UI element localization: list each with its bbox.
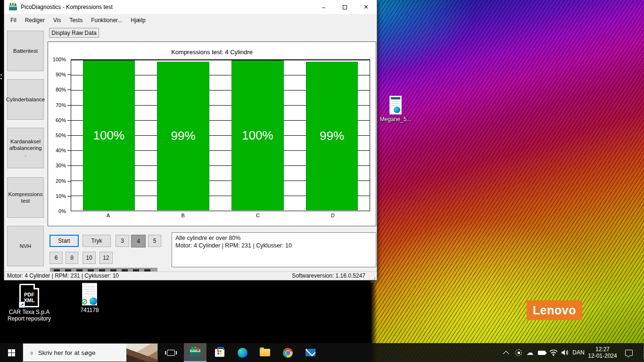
sidebar-item-batteritest[interactable]: Batteritest <box>7 31 44 71</box>
y-tick-label: 20% <box>47 178 66 184</box>
edge-icon <box>238 348 248 358</box>
windows-logo-icon <box>8 349 15 356</box>
x-label-c: C <box>221 213 296 218</box>
taskbar-microsoft-store[interactable] <box>208 343 231 362</box>
display-raw-data-button[interactable]: Display Raw Data <box>49 28 99 38</box>
menu-hjaelp[interactable]: Hjælp <box>126 15 149 25</box>
title-bar[interactable]: PicoDiagnostics - Kompressions test – × <box>4 0 377 14</box>
tray-network[interactable] <box>548 343 559 362</box>
menu-vis[interactable]: Vis <box>49 15 65 25</box>
folded-corner <box>33 284 39 289</box>
bar-slot-a: 100% <box>72 60 146 210</box>
bar-value-label: 100% <box>93 128 125 143</box>
document-line <box>391 105 400 106</box>
desktop-icon-car-texa[interactable]: PDFXML ↗ CAR Texa S.p.A Report repositor… <box>1 284 58 322</box>
menu-fil[interactable]: Fil <box>6 15 21 25</box>
wifi-icon <box>550 350 557 356</box>
cylinders-6-button[interactable]: 6 <box>50 252 63 264</box>
menu-tests[interactable]: Tests <box>65 15 87 25</box>
chrome-icon <box>283 348 293 358</box>
status-motor-info: Motor: 4 Cylinder | RPM: 231 | Cyklusser… <box>7 272 119 279</box>
result-line-1: Alle cylindre er over 80% <box>175 234 372 242</box>
report-document-icon: ✓ <box>82 283 97 305</box>
x-axis-labels: A B C D <box>71 213 370 218</box>
chart-title: Kompressions test: 4 Cylindre <box>48 49 376 56</box>
bar-value-label: 99% <box>171 129 196 143</box>
taskbar-search-input[interactable]: ⌕ Skriv her for at søge <box>23 343 158 362</box>
bar-slot-d: 99% <box>295 60 369 210</box>
language-label: DAN <box>572 349 584 356</box>
minimize-button[interactable]: – <box>313 0 334 14</box>
taskbar-mail[interactable] <box>299 343 322 362</box>
plot-grid: 100% 99% 100% 99% <box>71 59 370 211</box>
menu-funktioner[interactable]: Funktioner... <box>87 15 126 25</box>
sidebar-item-cylinderbalance[interactable]: Cylinderbalance <box>7 79 44 120</box>
action-center-button[interactable] <box>619 343 639 362</box>
desktop-icon-741178[interactable]: ✓ 741178 <box>75 283 104 313</box>
y-tick-label: 90% <box>47 72 66 77</box>
tray-expand-button[interactable] <box>501 343 513 362</box>
y-tick-mark <box>67 74 71 75</box>
y-tick-label: 40% <box>47 148 66 153</box>
compression-bar-a: 100% <box>83 60 135 210</box>
maximize-button[interactable] <box>334 0 355 14</box>
menu-bar: Fil Rediger Vis Tests Funktioner... Hjæl… <box>4 14 377 26</box>
sidebar-item-kardanaksel[interactable]: Kardanaksel afbalancering . <box>7 128 44 168</box>
x-label-d: D <box>295 213 370 218</box>
checkmark-icon: ✓ <box>82 299 87 304</box>
edge-pdf-document-icon <box>389 96 402 115</box>
mail-icon <box>305 349 315 356</box>
task-view-icon <box>167 350 175 356</box>
compression-bar-c: 100% <box>231 60 283 210</box>
pdf-xml-document-icon: PDFXML ↗ <box>19 284 39 307</box>
edge-logo-icon <box>394 107 400 113</box>
search-highlight-image[interactable] <box>126 344 157 362</box>
desktop-icon-label: CAR Texa S.p.A Report repository <box>1 309 58 322</box>
cylinders-5-button[interactable]: 5 <box>148 235 161 247</box>
document-line <box>84 289 95 289</box>
speaker-icon <box>561 349 570 356</box>
bar-value-label: 100% <box>242 128 273 143</box>
desktop-wallpaper <box>371 0 644 362</box>
taskbar: ⌕ Skriv her for at søge ☁ <box>0 343 644 362</box>
cylinders-12-button[interactable]: 12 <box>99 252 113 264</box>
cylinders-8-button[interactable]: 8 <box>66 252 78 264</box>
sidebar-item-nvh[interactable]: NVH <box>7 226 44 266</box>
taskbar-picodiagnostics-active[interactable] <box>184 343 206 362</box>
tray-battery[interactable] <box>536 343 548 362</box>
document-line <box>84 294 95 294</box>
desktop-icon-label: Megane_5... <box>380 116 412 123</box>
tray-language-indicator[interactable]: DAN <box>570 343 586 362</box>
resize-grip[interactable] <box>374 278 375 279</box>
microsoft-store-icon <box>215 349 224 357</box>
cylinders-4-button[interactable]: 4 <box>131 235 146 247</box>
edge-logo-icon <box>90 297 97 305</box>
desktop-icon-label: 741178 <box>80 307 99 313</box>
cylinders-10-button[interactable]: 10 <box>83 252 96 264</box>
task-view-button[interactable] <box>160 343 181 362</box>
desktop-icon-megane[interactable]: Megane_5... <box>374 96 417 123</box>
tray-meet-now[interactable] <box>513 343 524 362</box>
y-tick-label: 0% <box>47 208 66 214</box>
compression-bar-b: 99% <box>157 62 209 210</box>
start-button[interactable]: Start <box>50 235 79 247</box>
tryk-button[interactable]: Tryk <box>83 235 111 247</box>
document-line <box>391 101 400 102</box>
result-message-box: Alle cylindre er over 80% Motor: 4 Cylin… <box>172 232 376 267</box>
window-controls: – × <box>313 0 377 14</box>
taskbar-chrome[interactable] <box>276 343 299 362</box>
menu-rediger[interactable]: Rediger <box>21 15 49 25</box>
battery-icon <box>538 351 545 355</box>
y-tick-mark <box>67 196 71 197</box>
taskbar-edge[interactable] <box>231 343 254 362</box>
tray-clock[interactable]: 12:27 12-01-2024 <box>587 343 618 362</box>
taskbar-file-explorer[interactable] <box>254 343 276 362</box>
tray-onedrive[interactable]: ☁ <box>524 343 536 362</box>
cylinders-3-button[interactable]: 3 <box>116 235 129 247</box>
start-menu-button[interactable] <box>0 343 23 362</box>
tray-time: 12:27 <box>595 346 610 353</box>
close-button[interactable]: × <box>355 0 377 14</box>
y-tick-mark <box>67 120 71 121</box>
sidebar-item-kompressionstest[interactable]: Kompressions test <box>7 177 44 218</box>
tray-volume[interactable] <box>559 343 571 362</box>
